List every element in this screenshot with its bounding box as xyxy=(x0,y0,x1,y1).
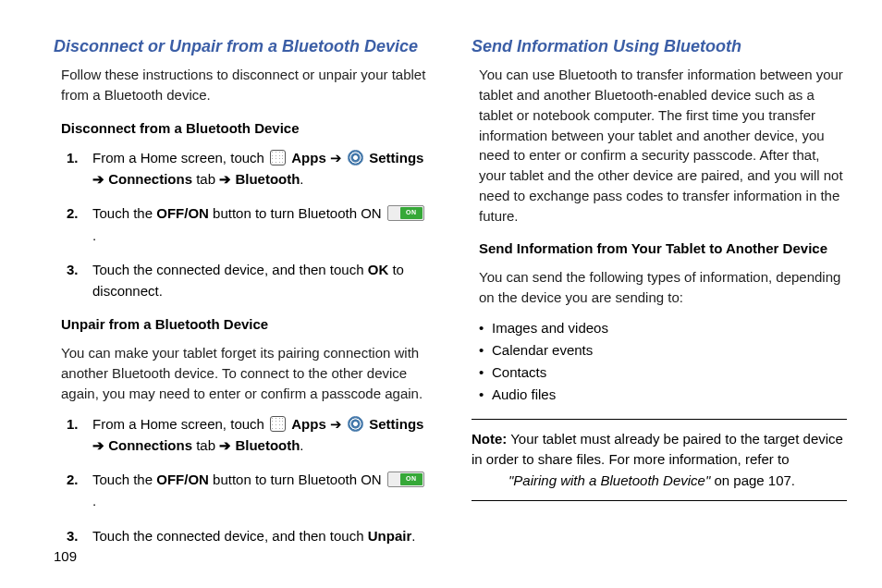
note-reference: "Pairing with a Bluetooth Device" xyxy=(508,472,710,488)
subhead-unpair: Unpair from a Bluetooth Device xyxy=(61,314,429,334)
bluetooth-label: Bluetooth xyxy=(219,437,300,453)
settings-icon xyxy=(348,150,363,165)
note-block: Note: Your tablet must already be paired… xyxy=(472,419,847,502)
tab-text: tab xyxy=(192,171,219,187)
step-text: Touch the connected device, and then tou… xyxy=(92,262,368,277)
info-types-list: Images and videos Calendar events Contac… xyxy=(479,317,847,406)
toggle-on-icon xyxy=(387,472,424,487)
right-column: Send Information Using Bluetooth You can… xyxy=(472,35,847,579)
apps-label: Apps xyxy=(291,150,326,165)
arrow-icon: ➔ xyxy=(326,150,346,165)
step-text: Touch the connected device, and then tou… xyxy=(92,528,368,544)
settings-label: Settings xyxy=(369,150,423,165)
apps-icon xyxy=(270,416,286,432)
toggle-on-icon xyxy=(387,205,424,221)
disconnect-intro: Follow these instructions to disconnect … xyxy=(61,65,429,105)
left-column: Disconnect or Unpair from a Bluetooth De… xyxy=(54,35,429,579)
step-text: From a Home screen, touch xyxy=(92,416,268,432)
subhead-disconnect: Disconnect from a Bluetooth Device xyxy=(61,118,429,138)
step-unpair-1: From a Home screen, touch Apps ➔ Setting… xyxy=(61,413,429,457)
offon-label: OFF/ON xyxy=(156,205,209,221)
step-unpair-2: Touch the OFF/ON button to turn Bluetoot… xyxy=(61,469,429,512)
heading-disconnect-unpair: Disconnect or Unpair from a Bluetooth De… xyxy=(54,35,429,57)
disconnect-steps: From a Home screen, touch Apps ➔ Setting… xyxy=(61,147,429,302)
step-text: Touch the xyxy=(92,205,156,221)
offon-label: OFF/ON xyxy=(156,472,209,487)
apps-label: Apps xyxy=(291,416,326,432)
unpair-label: Unpair xyxy=(368,528,412,544)
send-info-intro: You can use Bluetooth to transfer inform… xyxy=(479,65,847,226)
step-text: button to turn Bluetooth ON xyxy=(209,205,386,221)
unpair-intro: You can make your tablet forget its pair… xyxy=(61,343,429,403)
step-disconnect-3: Touch the connected device, and then tou… xyxy=(61,259,429,302)
send-types-lead: You can send the following types of info… xyxy=(479,267,847,308)
step-text: Touch the xyxy=(92,472,156,487)
step-disconnect-2: Touch the OFF/ON button to turn Bluetoot… xyxy=(61,202,429,246)
step-unpair-3: Touch the connected device, and then tou… xyxy=(61,525,429,546)
connections-label: Connections xyxy=(92,437,192,453)
tab-text: tab xyxy=(192,437,219,453)
heading-send-info: Send Information Using Bluetooth xyxy=(472,35,847,57)
page-number: 109 xyxy=(54,548,77,564)
settings-icon xyxy=(348,416,363,432)
step-text: button to turn Bluetooth ON xyxy=(209,472,386,487)
note-label: Note: xyxy=(472,431,507,447)
bluetooth-label: Bluetooth xyxy=(219,171,300,187)
subhead-send-from-tablet: Send Information from Your Tablet to Ano… xyxy=(479,239,847,258)
settings-label: Settings xyxy=(369,416,423,432)
step-disconnect-1: From a Home screen, touch Apps ➔ Setting… xyxy=(61,147,429,190)
note-ref-line: "Pairing with a Bluetooth Device" on pag… xyxy=(472,471,847,492)
list-item: Calendar events xyxy=(479,339,847,361)
ok-label: OK xyxy=(368,262,389,277)
list-item: Contacts xyxy=(479,361,847,384)
connections-label: Connections xyxy=(92,171,192,187)
step-text: From a Home screen, touch xyxy=(92,150,268,165)
note-text: on page 107. xyxy=(710,472,795,488)
unpair-steps: From a Home screen, touch Apps ➔ Setting… xyxy=(61,413,429,546)
apps-icon xyxy=(270,150,286,165)
note-text: Your tablet must already be paired to th… xyxy=(472,431,843,468)
list-item: Images and videos xyxy=(479,317,847,339)
list-item: Audio files xyxy=(479,384,847,406)
